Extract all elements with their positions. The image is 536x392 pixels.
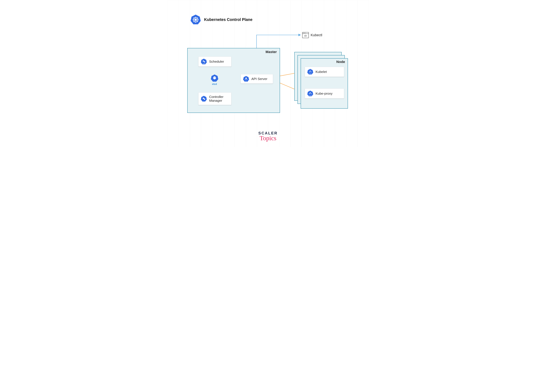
etcd-icon	[211, 74, 219, 82]
kube-proxy-icon: k-proxy	[307, 90, 313, 97]
kube-proxy-label: Kube-proxy	[316, 92, 332, 95]
scheduler-card: sched Scheduler	[198, 56, 231, 67]
master-label: Master	[266, 50, 277, 54]
svg-point-12	[203, 61, 204, 61]
svg-point-16	[214, 77, 214, 78]
controller-manager-label: Controller Manager	[209, 95, 224, 103]
svg-point-13	[204, 61, 205, 62]
svg-point-21	[245, 79, 245, 80]
svg-point-28	[310, 71, 311, 71]
kubectl-label: Kubectl	[311, 33, 322, 37]
svg-point-25	[203, 98, 204, 99]
svg-point-22	[247, 79, 247, 80]
kubectl-block: </> Kubectl	[302, 32, 322, 38]
svg-point-23	[246, 77, 246, 78]
svg-point-30	[311, 71, 311, 72]
node-stack: Node kubelet Kubelet k	[294, 52, 345, 105]
api-server-label: API Server	[251, 77, 268, 81]
controller-manager-icon	[201, 96, 207, 102]
node-label: Node	[336, 60, 345, 64]
svg-rect-18	[214, 76, 215, 77]
kubelet-label: Kubelet	[316, 70, 327, 74]
master-panel: Master sched Scheduler etcd	[187, 48, 280, 113]
controller-manager-card: Controller Manager	[198, 92, 231, 105]
etcd-label: etcd	[212, 83, 217, 85]
svg-point-26	[204, 98, 205, 100]
title-row: Kubernetes Control Plane	[190, 14, 253, 25]
svg-point-15	[213, 76, 216, 79]
diagram-title: Kubernetes Control Plane	[204, 17, 253, 22]
kube-proxy-card: k-proxy Kube-proxy	[305, 89, 344, 98]
brand-footer: SCALER Topics	[258, 131, 278, 142]
etcd-block: etcd	[209, 74, 220, 85]
svg-point-17	[215, 77, 215, 78]
kubelet-icon: kubelet	[307, 69, 313, 75]
brand-line2: Topics	[258, 135, 278, 142]
diagram-canvas: Kubernetes Control Plane </> Kubectl Mas…	[168, 0, 368, 147]
kubelet-card: kubelet Kubelet	[305, 67, 344, 77]
api-server-icon: api	[243, 76, 249, 82]
api-server-card: api API Server	[241, 74, 273, 84]
kubernetes-logo-icon	[190, 14, 201, 25]
svg-point-1	[195, 19, 196, 20]
scheduler-icon: sched	[201, 58, 207, 65]
node-panel: Node kubelet Kubelet k	[301, 58, 348, 109]
scheduler-label: Scheduler	[209, 60, 224, 63]
kubectl-terminal-icon: </>	[302, 32, 309, 38]
svg-point-20	[245, 78, 247, 79]
svg-point-29	[309, 71, 310, 72]
